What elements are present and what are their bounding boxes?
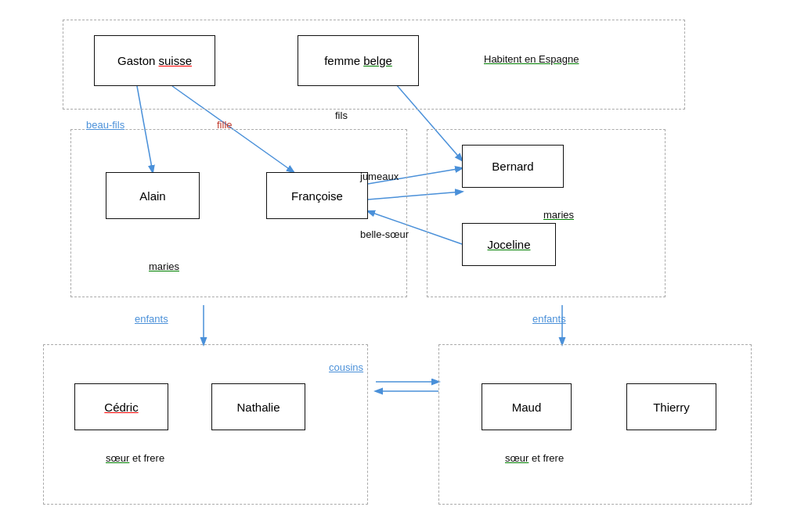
gaston-box: Gaston suisse <box>94 35 215 86</box>
nathalie-box: Nathalie <box>211 383 305 430</box>
femme-box: femme belge <box>298 35 419 86</box>
soeur-left-label: sœur et frere <box>106 452 164 464</box>
maries-left-label: maries <box>149 261 179 272</box>
belle-soeur-label: belle-sœur <box>360 228 409 240</box>
habitent-label: Habitent en Espagne <box>484 53 579 65</box>
bernard-label: Bernard <box>492 160 533 173</box>
beau-fils-label: beau-fils <box>86 119 124 131</box>
diagram: Gaston suisse femme belge Alain François… <box>0 0 790 532</box>
soeur-right-label: sœur et frere <box>505 452 564 464</box>
francoise-box: Françoise <box>266 172 368 219</box>
fille-label: fille <box>217 119 233 131</box>
bernard-box: Bernard <box>462 145 564 188</box>
enfants-left-label: enfants <box>135 313 168 325</box>
maud-label: Maud <box>512 401 542 414</box>
maries-right-label: maries <box>543 209 574 221</box>
alain-box: Alain <box>106 172 200 219</box>
enfants-right-label: enfants <box>532 313 566 325</box>
femme-label: femme belge <box>324 54 392 67</box>
jumeaux-label: jumeaux <box>360 171 399 182</box>
nathalie-label: Nathalie <box>236 401 280 414</box>
gaston-label: Gaston suisse <box>117 54 192 67</box>
maud-box: Maud <box>482 383 572 430</box>
thierry-box: Thierry <box>626 383 716 430</box>
fils-label: fils <box>335 110 348 121</box>
joceline-box: Joceline <box>462 223 556 266</box>
cedric-box: Cédric <box>74 383 168 430</box>
francoise-label: Françoise <box>291 189 343 203</box>
alain-label: Alain <box>139 189 165 203</box>
thierry-label: Thierry <box>653 401 690 414</box>
cousins-label: cousins <box>329 361 363 373</box>
cedric-label: Cédric <box>104 401 138 414</box>
joceline-label: Joceline <box>487 238 530 251</box>
